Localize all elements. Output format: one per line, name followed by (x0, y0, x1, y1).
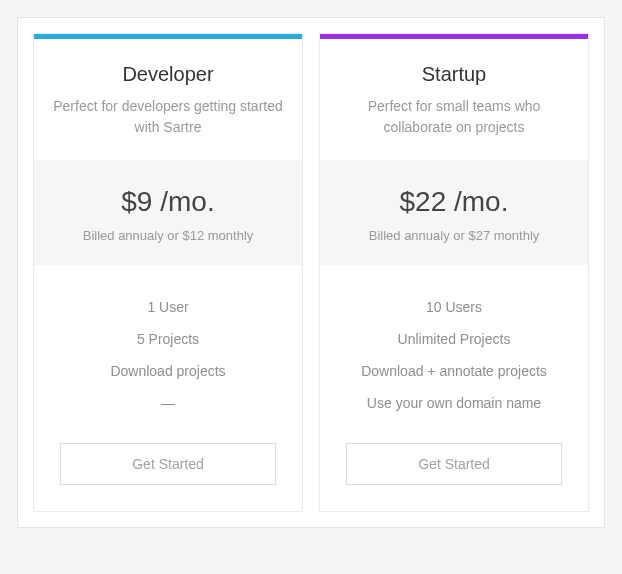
card-header: Startup Perfect for small teams who coll… (320, 39, 588, 160)
price-block: $9 /mo. Billed annualy or $12 monthly (34, 160, 302, 265)
billing-note: Billed annualy or $12 monthly (46, 228, 290, 243)
feature-item: Download + annotate projects (332, 355, 576, 387)
feature-item: Use your own domain name (332, 387, 576, 419)
pricing-card-startup: Startup Perfect for small teams who coll… (319, 33, 589, 512)
feature-item: — (46, 387, 290, 419)
feature-list: 10 Users Unlimited Projects Download + a… (320, 265, 588, 429)
feature-item: 10 Users (332, 291, 576, 323)
cta-wrap: Get Started (320, 429, 588, 511)
pricing-container: Developer Perfect for developers getting… (17, 17, 605, 528)
plan-price: $22 /mo. (332, 186, 576, 218)
feature-item: 5 Projects (46, 323, 290, 355)
card-header: Developer Perfect for developers getting… (34, 39, 302, 160)
feature-list: 1 User 5 Projects Download projects — (34, 265, 302, 429)
get-started-button[interactable]: Get Started (60, 443, 276, 485)
plan-price: $9 /mo. (46, 186, 290, 218)
cta-wrap: Get Started (34, 429, 302, 511)
feature-item: Download projects (46, 355, 290, 387)
price-block: $22 /mo. Billed annualy or $27 monthly (320, 160, 588, 265)
feature-item: 1 User (46, 291, 290, 323)
pricing-card-developer: Developer Perfect for developers getting… (33, 33, 303, 512)
feature-item: Unlimited Projects (332, 323, 576, 355)
get-started-button[interactable]: Get Started (346, 443, 562, 485)
plan-title: Startup (336, 63, 572, 86)
plan-subtitle: Perfect for developers getting started w… (50, 96, 286, 138)
plan-title: Developer (50, 63, 286, 86)
billing-note: Billed annualy or $27 monthly (332, 228, 576, 243)
plan-subtitle: Perfect for small teams who collaborate … (336, 96, 572, 138)
